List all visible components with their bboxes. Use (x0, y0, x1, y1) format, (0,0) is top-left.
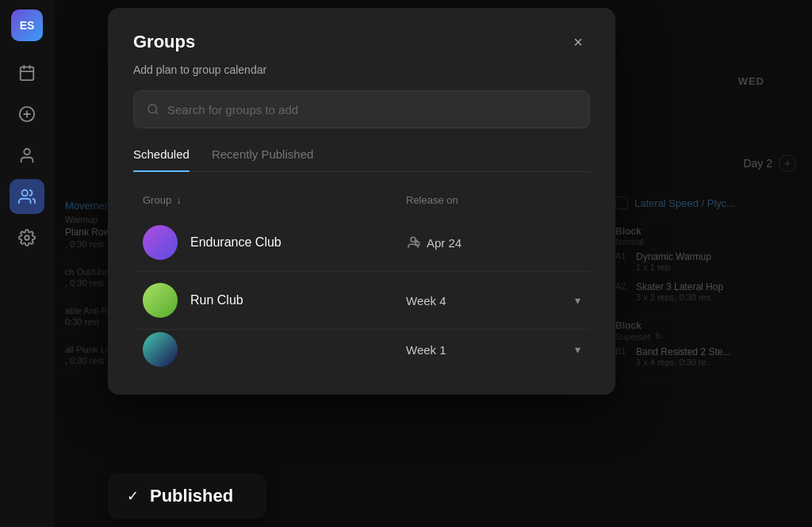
sidebar-item-groups[interactable] (10, 179, 44, 214)
search-box[interactable] (133, 90, 590, 128)
sidebar-item-billing[interactable] (10, 97, 44, 132)
published-label: Published (150, 486, 233, 506)
groups-modal: Groups × Add plan to group calendar Sche… (108, 8, 615, 395)
main-content: WED Day 2 + Movement Q... ⋮ Warmup Plank… (54, 0, 812, 527)
published-toast: ✓ Published (108, 473, 266, 519)
svg-point-9 (25, 235, 29, 240)
search-input[interactable] (167, 103, 576, 116)
partial-avatar (143, 332, 178, 367)
tab-scheduled[interactable]: Scheduled (133, 147, 190, 172)
run-release: Week 4 ▾ (406, 294, 580, 307)
svg-point-10 (148, 105, 157, 113)
svg-line-11 (155, 112, 158, 114)
user-lock-icon (406, 235, 420, 250)
endurance-release: Apr 24 (406, 235, 580, 250)
modal-subtitle: Add plan to group calendar (133, 63, 590, 76)
sidebar-item-user[interactable] (10, 138, 44, 173)
partial-release: Week 1 ▾ (406, 343, 580, 357)
avatar[interactable]: ES (11, 10, 43, 41)
endurance-name: Endurance Club (190, 235, 406, 250)
sidebar-item-settings[interactable] (10, 220, 44, 255)
endurance-avatar (143, 225, 178, 260)
group-row-run[interactable]: Run Club Week 4 ▾ (133, 272, 590, 330)
svg-rect-13 (416, 242, 419, 246)
partial-release-text: Week 1 (406, 343, 446, 357)
endurance-release-text: Apr 24 (427, 236, 462, 250)
modal-title: Groups (133, 32, 195, 52)
group-row-partial[interactable]: Week 1 ▾ (133, 330, 590, 369)
search-icon (147, 103, 159, 116)
svg-point-7 (24, 149, 29, 155)
table-header: Group ↓ Release on (133, 194, 590, 214)
group-row-endurance[interactable]: Endurance Club Apr 24 (133, 214, 590, 272)
run-avatar (143, 283, 178, 318)
tabs: Scheduled Recently Published (133, 147, 590, 172)
sidebar-item-calendar[interactable] (10, 55, 44, 90)
svg-point-8 (22, 190, 28, 196)
partial-dropdown-arrow[interactable]: ▾ (575, 343, 580, 356)
run-name: Run Club (190, 293, 406, 307)
run-release-text: Week 4 (406, 294, 446, 307)
modal-header: Groups × (133, 30, 590, 54)
col-group-label: Group (143, 194, 171, 206)
sidebar: ES (0, 0, 54, 527)
close-button[interactable]: × (566, 30, 590, 54)
sort-icon[interactable]: ↓ (176, 195, 181, 206)
check-icon: ✓ (127, 487, 139, 505)
col-release-label: Release on (406, 194, 580, 206)
svg-rect-0 (21, 67, 34, 81)
run-dropdown-arrow[interactable]: ▾ (575, 294, 580, 307)
tab-recently-published[interactable]: Recently Published (212, 147, 313, 172)
